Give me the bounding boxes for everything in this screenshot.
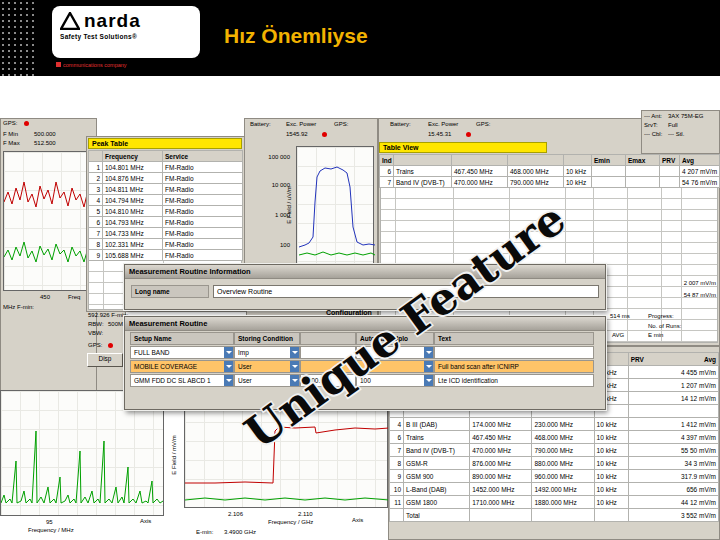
chevron-down-icon[interactable]: [424, 347, 433, 358]
cell: 104.811 MHz: [103, 184, 163, 195]
freq-label: Freq: [68, 294, 80, 301]
emin-value: 3.4900 GHz: [224, 529, 256, 536]
x-tick: 450: [40, 294, 50, 301]
cell: FM-Radio: [163, 217, 243, 228]
col-avg: Avg: [680, 155, 720, 166]
cell: 1452.000 MHz: [470, 483, 532, 496]
table-row: 6Trains467.450 MHz468.000 MHz10 kHz4 397…: [390, 431, 719, 444]
fmin2-label: 592.926 F-min:: [88, 312, 128, 319]
stray-value: 2 007 mV/m: [640, 280, 716, 287]
cable-value: --- Stl.: [668, 131, 684, 138]
cell: B III (DAB): [404, 418, 470, 431]
table-row: 1104.801 MHzFM-Radio: [89, 162, 243, 173]
gps-label: GPS:: [334, 121, 348, 128]
gps-status-icon: [24, 121, 29, 126]
brand-subtitle: Safety Test Solutions®: [60, 33, 192, 40]
table-row: 4104.794 MHzFM-Radio: [89, 195, 243, 206]
tagline-text: communications company: [63, 62, 127, 68]
table-header-row: FrequencyService: [89, 151, 243, 162]
cell: L-Band (DAB): [404, 483, 470, 496]
cell: 55 50 mV/m: [628, 444, 718, 457]
chevron-down-icon[interactable]: [224, 361, 233, 372]
narda-logo: narda Safety Test Solutions®: [52, 6, 200, 58]
elapsed-time: 514 ms: [610, 313, 630, 320]
cell: 1492.000 MHz: [532, 483, 594, 496]
spectrum-chart-left: [3, 151, 93, 291]
cell: 2: [89, 173, 103, 184]
chevron-down-icon[interactable]: [290, 347, 299, 358]
cell: 10 kHz: [594, 470, 628, 483]
brand-name: narda: [84, 11, 141, 31]
setup-name-select[interactable]: FULL BAND: [130, 346, 234, 359]
gps-label: GPS:: [3, 120, 17, 127]
storing-select[interactable]: User: [234, 360, 300, 373]
cell: FM-Radio: [163, 162, 243, 173]
display-button[interactable]: Disp: [87, 353, 123, 367]
col-frequency: Frequency: [103, 151, 163, 162]
cell-text: FULL BAND: [134, 349, 170, 356]
cell: 6: [89, 217, 103, 228]
chevron-down-icon[interactable]: [224, 347, 233, 358]
table-row: 8102.331 MHzFM-Radio: [89, 239, 243, 250]
cell: 3 552 mV/m: [628, 509, 718, 522]
axis-label: Axis: [140, 518, 151, 525]
setup-name-select[interactable]: GMM FDD DC SL ABCD 1: [130, 374, 234, 387]
cell: 8: [89, 239, 103, 250]
logo-row: narda: [60, 11, 192, 31]
x-tick: 2.106: [228, 511, 243, 518]
chevron-down-icon[interactable]: [224, 375, 233, 386]
brand-tagline: communications company: [56, 62, 127, 68]
cell: 317.9 mV/m: [628, 470, 718, 483]
table-header-row: IndEminEmaxPRVAvg: [380, 155, 720, 166]
col-service: Service: [163, 151, 243, 162]
cell: [564, 155, 592, 166]
text-cell[interactable]: [434, 346, 594, 359]
col-avg: Avg: [704, 356, 716, 363]
y-tick: 100: [246, 242, 290, 249]
status-dot: [466, 132, 471, 137]
battery-label: Battery:: [250, 121, 271, 128]
x-tick: 95: [46, 519, 53, 526]
narda-triangle-icon: [60, 12, 80, 30]
cell: 467.450 MHz: [470, 431, 532, 444]
cell: [394, 155, 452, 166]
emin-label: E-min:: [196, 529, 213, 536]
cell: 790.000 MHz: [532, 444, 594, 457]
exc-power-label: Exc. Power: [428, 121, 458, 128]
table-row: 11GSM 18001710.000 MHz1880.000 MHz10 kHz…: [390, 496, 719, 509]
cell: 9: [89, 250, 103, 261]
col-emin: Emin: [592, 155, 626, 166]
cell: 656 mV/m: [628, 483, 718, 496]
cell: [592, 177, 626, 188]
cell: 468.000 MHz: [532, 431, 594, 444]
table-row: 7Band IV (DVB-T)470.000 MHz790.000 MHz10…: [390, 444, 719, 457]
slide-header: narda Safety Test Solutions® communicati…: [0, 0, 720, 76]
setup-name-select[interactable]: MOBILE COVERAGE: [130, 360, 234, 373]
cell: [660, 166, 680, 177]
y-tick: 10 000: [246, 182, 290, 189]
text-cell[interactable]: Full band scan after ICNIRP: [434, 360, 594, 373]
cell: 10 kHz: [594, 444, 628, 457]
cell-text: User: [238, 377, 252, 384]
gps-label-2: GPS:: [88, 342, 102, 349]
cell: 14 12 mV/m: [628, 392, 718, 405]
cell-text: Full band scan after ICNIRP: [438, 363, 519, 370]
service-label: SrvT:: [644, 122, 658, 129]
long-name-label: Long name: [131, 285, 209, 298]
cell: 230.000 MHz: [532, 418, 594, 431]
chevron-down-icon[interactable]: [424, 361, 433, 372]
cell: 34 3 mV/m: [628, 457, 718, 470]
cell: Total: [404, 509, 470, 522]
cell: 1880.000 MHz: [532, 496, 594, 509]
cell: 102.331 MHz: [103, 239, 163, 250]
cell-text: User: [238, 363, 252, 370]
chevron-down-icon[interactable]: [424, 375, 433, 386]
col-prv-avg: PRVAvg: [628, 353, 718, 366]
cell: 8: [390, 457, 404, 470]
table-row: 4B III (DAB)174.000 MHz230.000 MHz10 kHz…: [390, 418, 719, 431]
col-prv: PRV: [631, 356, 644, 363]
table-row: 6104.793 MHzFM-Radio: [89, 217, 243, 228]
storing-select[interactable]: Imp: [234, 346, 300, 359]
text-cell[interactable]: Lte ICD identification: [434, 374, 594, 387]
cell: Trains: [394, 166, 452, 177]
